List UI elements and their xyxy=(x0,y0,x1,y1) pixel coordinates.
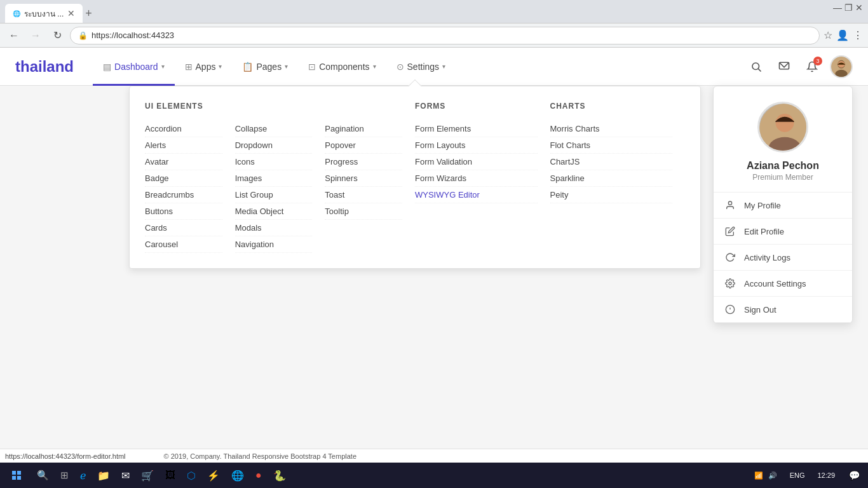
tab-title: ระบบงาน ... xyxy=(24,8,64,20)
components-chevron: ▾ xyxy=(373,63,376,70)
nav-label-apps: Apps xyxy=(196,62,216,72)
nav-label-dashboard: Dashboard xyxy=(114,62,158,72)
profile-menu: My Profile Edit Profile xyxy=(714,192,852,323)
activity-logs-icon xyxy=(724,251,736,264)
menu-button[interactable]: ⋮ xyxy=(853,29,863,41)
reload-button[interactable]: ↻ xyxy=(48,27,66,44)
search-button[interactable] xyxy=(746,57,766,77)
link-badge[interactable]: Badge xyxy=(145,170,222,187)
bookmark-button[interactable]: ☆ xyxy=(824,29,832,41)
user-button[interactable]: 👤 xyxy=(836,29,849,41)
link-collapse[interactable]: Collapse xyxy=(235,121,313,137)
nav-right: 3 xyxy=(746,55,853,78)
ui-col-2: Collapse Dropdown Icons Images List Grou… xyxy=(235,121,313,253)
activity-logs-label: Activity Logs xyxy=(744,253,790,262)
navbar: thailand ▤ Dashboard ▾ ⊞ Apps ▾ 📋 Pages … xyxy=(0,48,868,86)
link-icons[interactable]: Icons xyxy=(235,154,313,170)
link-modals[interactable]: Modals xyxy=(235,220,313,236)
profile-header: Aziana Pechon Premium Member xyxy=(714,86,852,192)
nav-label-settings: Settings xyxy=(407,62,440,72)
nav-item-dashboard[interactable]: ▤ Dashboard ▾ xyxy=(93,48,175,86)
link-list-group[interactable]: List Group xyxy=(235,187,313,203)
link-popover[interactable]: Popover xyxy=(325,137,402,154)
nav-item-components[interactable]: ⊡ Components ▾ xyxy=(298,48,386,86)
user-avatar[interactable] xyxy=(830,55,853,78)
link-form-elements[interactable]: Form Elements xyxy=(415,121,538,137)
link-pagination[interactable]: Pagination xyxy=(325,121,402,137)
nav-label-pages: Pages xyxy=(256,62,281,72)
link-media-object[interactable]: Media Object xyxy=(235,203,313,220)
link-carousel[interactable]: Carousel xyxy=(145,236,222,253)
profile-menu-item-sign-out[interactable]: Sign Out xyxy=(714,297,852,323)
components-icon: ⊡ xyxy=(308,62,316,72)
profile-avatar xyxy=(757,102,808,152)
profile-dropdown: Aziana Pechon Premium Member My Profile xyxy=(713,86,853,323)
link-navigation[interactable]: Navigation xyxy=(235,236,313,253)
ui-elements-section: UI ELEMENTS Accordion Alerts Avatar Badg… xyxy=(145,102,415,253)
profile-menu-item-edit-profile[interactable]: Edit Profile xyxy=(714,219,852,245)
nav-item-pages[interactable]: 📋 Pages ▾ xyxy=(232,48,298,86)
link-images[interactable]: Images xyxy=(235,170,313,187)
brand-logo[interactable]: thailand xyxy=(15,58,74,76)
nav-item-settings[interactable]: ⊙ Settings ▾ xyxy=(386,48,456,86)
link-avatar[interactable]: Avatar xyxy=(145,154,222,170)
url-text: https://localhost:44323 xyxy=(92,30,174,40)
link-morris-charts[interactable]: Morris Charts xyxy=(550,121,673,137)
link-cards[interactable]: Cards xyxy=(145,220,222,236)
maximize-button[interactable]: ❐ xyxy=(844,3,853,13)
profile-menu-item-my-profile[interactable]: My Profile xyxy=(714,193,852,219)
link-progress[interactable]: Progress xyxy=(325,154,402,170)
messages-button[interactable] xyxy=(774,57,794,77)
apps-icon: ⊞ xyxy=(185,62,193,72)
edit-profile-icon xyxy=(724,225,736,238)
tab-close-button[interactable]: ✕ xyxy=(67,8,75,18)
link-form-validation[interactable]: Form Validation xyxy=(415,154,538,170)
link-sparkline[interactable]: Sparkline xyxy=(550,170,673,187)
browser-tab[interactable]: 🌐 ระบบงาน ... ✕ xyxy=(5,4,83,23)
close-window-button[interactable]: ✕ xyxy=(855,3,863,13)
forward-button[interactable]: → xyxy=(27,27,44,44)
lock-icon: 🔒 xyxy=(78,31,88,40)
back-button[interactable]: ← xyxy=(5,27,23,44)
link-flot-charts[interactable]: Flot Charts xyxy=(550,137,673,154)
link-toast[interactable]: Toast xyxy=(325,187,402,203)
link-accordion[interactable]: Accordion xyxy=(145,121,222,137)
account-settings-icon xyxy=(724,277,736,290)
link-wysiwyg-editor[interactable]: WYSIWYG Editor xyxy=(415,187,538,203)
link-alerts[interactable]: Alerts xyxy=(145,137,222,154)
sign-out-icon xyxy=(724,303,736,316)
edit-profile-label: Edit Profile xyxy=(744,227,784,236)
nav-item-apps[interactable]: ⊞ Apps ▾ xyxy=(175,48,233,86)
link-breadcrumbs[interactable]: Breadcrumbs xyxy=(145,187,222,203)
minimize-button[interactable]: — xyxy=(833,3,842,13)
link-buttons[interactable]: Buttons xyxy=(145,203,222,220)
link-form-layouts[interactable]: Form Layouts xyxy=(415,137,538,154)
my-profile-icon xyxy=(724,199,736,212)
settings-chevron: ▾ xyxy=(442,63,445,70)
link-dropdown[interactable]: Dropdown xyxy=(235,137,313,154)
link-peity[interactable]: Peity xyxy=(550,187,673,203)
svg-point-0 xyxy=(752,63,759,70)
charts-section: CHARTS Morris Charts Flot Charts ChartJS… xyxy=(550,102,686,253)
profile-menu-item-activity-logs[interactable]: Activity Logs xyxy=(714,245,852,271)
ui-elements-header: UI ELEMENTS xyxy=(145,102,402,111)
link-form-wizards[interactable]: Form Wizards xyxy=(415,170,538,187)
link-tooltip[interactable]: Tooltip xyxy=(325,203,402,220)
status-bar: https://localhost:44323/form-editor.html… xyxy=(0,449,868,449)
address-bar[interactable]: 🔒 https://localhost:44323 xyxy=(70,27,820,44)
link-spinners[interactable]: Spinners xyxy=(325,170,402,187)
profile-menu-item-account-settings[interactable]: Account Settings xyxy=(714,271,852,297)
new-tab-button[interactable]: + xyxy=(85,7,92,20)
forms-section: FORMS Form Elements Form Layouts Form Va… xyxy=(415,102,550,253)
pages-chevron: ▾ xyxy=(285,63,288,70)
apps-chevron: ▾ xyxy=(219,63,222,70)
my-profile-label: My Profile xyxy=(744,201,781,210)
svg-line-1 xyxy=(758,69,761,71)
notifications-button[interactable]: 3 xyxy=(802,57,822,77)
svg-point-8 xyxy=(776,114,794,132)
link-chartjs[interactable]: ChartJS xyxy=(550,154,673,170)
profile-role: Premium Member xyxy=(752,173,813,182)
forms-header: FORMS xyxy=(415,102,538,111)
dashboard-chevron: ▾ xyxy=(161,63,165,70)
dashboard-icon: ▤ xyxy=(103,62,111,72)
